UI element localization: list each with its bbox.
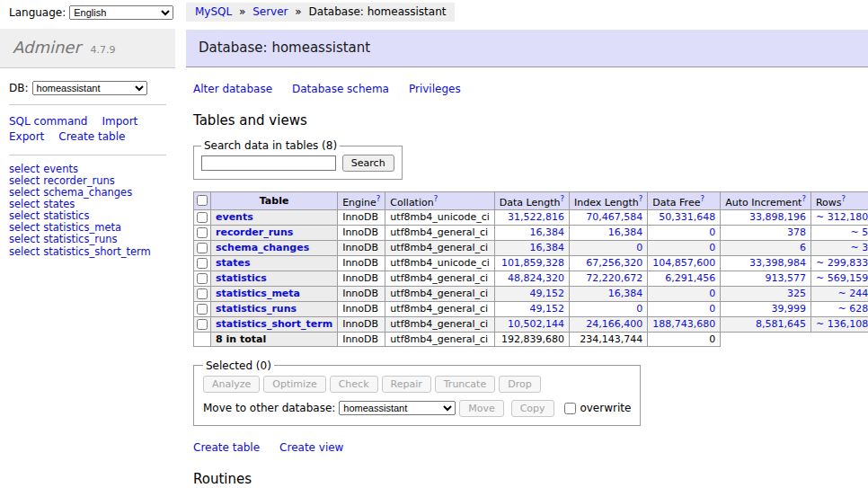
- table-link-schema_changes[interactable]: schema_changes: [216, 242, 309, 253]
- data-length-cell-link[interactable]: 31,522,816: [508, 211, 564, 223]
- help-link[interactable]: ?: [802, 194, 806, 203]
- select-link[interactable]: select: [9, 233, 40, 245]
- sidebar-table-link-statistics[interactable]: statistics: [43, 209, 89, 222]
- help-link[interactable]: ?: [561, 194, 565, 203]
- select-link[interactable]: select: [9, 245, 40, 258]
- select-link[interactable]: select: [9, 186, 40, 199]
- analyze-button[interactable]: Analyze: [203, 376, 260, 393]
- rows-cell-link[interactable]: ~ 569,159: [816, 272, 868, 284]
- overwrite-checkbox[interactable]: [564, 403, 576, 414]
- truncate-button[interactable]: Truncate: [435, 376, 495, 393]
- auto-increment-cell-link[interactable]: 33,898,196: [749, 211, 806, 223]
- help-link[interactable]: ?: [639, 194, 643, 203]
- data-length-cell-link[interactable]: 10,502,144: [508, 318, 564, 330]
- language-select[interactable]: English: [69, 5, 173, 20]
- auto-increment-cell-link[interactable]: 8,581,645: [756, 318, 806, 330]
- row-checkbox[interactable]: [197, 243, 208, 253]
- privileges-link[interactable]: Privileges: [409, 83, 461, 95]
- data-free-cell-link[interactable]: 104,857,600: [652, 257, 715, 269]
- index-length-cell-link[interactable]: 24,166,400: [586, 318, 642, 330]
- alter-database-link[interactable]: Alter database: [193, 83, 272, 95]
- row-checkbox[interactable]: [197, 227, 208, 238]
- select-link[interactable]: select: [9, 221, 40, 234]
- data-length-cell-link[interactable]: 49,152: [530, 303, 565, 315]
- search-button[interactable]: Search: [342, 155, 394, 172]
- rows-cell-link[interactable]: ~ 136,108: [816, 318, 868, 330]
- sidebar-table-link-schema_changes[interactable]: schema_changes: [43, 186, 132, 199]
- db-select[interactable]: homeassistant: [32, 81, 147, 95]
- data-length-cell-link[interactable]: 101,859,328: [501, 257, 564, 269]
- table-link-events[interactable]: events: [216, 211, 253, 223]
- auto-increment-cell-link[interactable]: 39,999: [771, 303, 806, 315]
- drop-button[interactable]: Drop: [499, 376, 540, 393]
- data-free-cell-link[interactable]: 6,291,456: [665, 272, 715, 284]
- data-free-cell-link[interactable]: 50,331,648: [659, 211, 715, 223]
- move-db-select[interactable]: homeassistant: [339, 401, 456, 415]
- index-length-cell-link[interactable]: 0: [636, 242, 642, 253]
- help-link[interactable]: ?: [434, 194, 438, 203]
- sidebar-link-export[interactable]: Export: [9, 130, 44, 143]
- copy-button[interactable]: Copy: [511, 400, 554, 417]
- auto-increment-cell-link[interactable]: 33,398,984: [749, 257, 806, 269]
- create-table-link[interactable]: Create table: [193, 441, 260, 454]
- help-link[interactable]: ?: [376, 194, 381, 203]
- data-length-cell-link[interactable]: 49,152: [530, 288, 565, 299]
- sidebar-table-link-statistics_meta[interactable]: statistics_meta: [43, 221, 121, 234]
- data-free-cell-link[interactable]: 0: [709, 303, 715, 315]
- sidebar-link-create-table[interactable]: Create table: [58, 130, 125, 143]
- sidebar-table-link-recorder_runs[interactable]: recorder_runs: [43, 174, 115, 187]
- rows-cell-link[interactable]: ~ 628: [837, 303, 868, 315]
- check-button[interactable]: Check: [330, 376, 378, 393]
- select-link[interactable]: select: [9, 209, 40, 222]
- index-length-cell-link[interactable]: 16,384: [608, 226, 643, 238]
- row-checkbox[interactable]: [197, 258, 208, 269]
- sidebar-table-link-events[interactable]: events: [43, 163, 78, 175]
- sidebar-link-import[interactable]: Import: [102, 115, 137, 128]
- select-all-checkbox[interactable]: [197, 195, 208, 206]
- row-checkbox[interactable]: [197, 212, 208, 223]
- select-link[interactable]: select: [9, 163, 40, 175]
- data-free-cell-link[interactable]: 0: [709, 242, 715, 253]
- data-length-cell-link[interactable]: 48,824,320: [508, 272, 564, 284]
- index-length-cell-link[interactable]: 70,467,584: [586, 211, 642, 223]
- index-length-cell-link[interactable]: 67,256,320: [586, 257, 642, 269]
- row-checkbox[interactable]: [197, 288, 208, 299]
- sidebar-table-link-statistics_short_term[interactable]: statistics_short_term: [43, 245, 151, 258]
- table-link-states[interactable]: states: [216, 257, 251, 269]
- rows-cell-link[interactable]: ~ 244: [837, 288, 868, 299]
- table-link-statistics_runs[interactable]: statistics_runs: [216, 303, 297, 315]
- breadcrumb-item[interactable]: Server: [252, 5, 288, 18]
- data-free-cell-link[interactable]: 0: [709, 226, 715, 238]
- index-length-cell-link[interactable]: 72,220,672: [586, 272, 642, 284]
- move-button[interactable]: Move: [459, 400, 504, 417]
- table-link-recorder_runs[interactable]: recorder_runs: [216, 226, 293, 238]
- rows-cell-link[interactable]: ~ 312,180: [816, 211, 868, 223]
- sidebar-table-link-statistics_runs[interactable]: statistics_runs: [43, 233, 117, 245]
- rows-cell-link[interactable]: ~ 5: [850, 226, 868, 238]
- help-link[interactable]: ?: [700, 194, 704, 203]
- breadcrumb-item[interactable]: MySQL: [195, 5, 232, 18]
- rows-cell-link[interactable]: ~ 299,833: [816, 257, 868, 269]
- app-name[interactable]: Adminer: [13, 38, 81, 57]
- select-link[interactable]: select: [9, 174, 40, 187]
- auto-increment-cell-link[interactable]: 378: [787, 226, 806, 238]
- index-length-cell-link[interactable]: 16,384: [608, 288, 643, 299]
- row-checkbox[interactable]: [197, 304, 208, 315]
- row-checkbox[interactable]: [197, 319, 208, 330]
- create-view-link[interactable]: Create view: [279, 441, 343, 454]
- data-length-cell-link[interactable]: 16,384: [530, 226, 565, 238]
- table-link-statistics_meta[interactable]: statistics_meta: [216, 288, 300, 299]
- rows-cell-link[interactable]: ~ 3: [850, 242, 868, 253]
- help-link[interactable]: ?: [842, 194, 846, 203]
- search-input[interactable]: [201, 155, 336, 171]
- select-link[interactable]: select: [9, 198, 40, 210]
- index-length-cell-link[interactable]: 0: [636, 303, 642, 315]
- sidebar-link-sql-command[interactable]: SQL command: [9, 115, 87, 128]
- repair-button[interactable]: Repair: [382, 376, 431, 393]
- auto-increment-cell-link[interactable]: 325: [787, 288, 806, 299]
- optimize-button[interactable]: Optimize: [263, 376, 325, 393]
- table-link-statistics[interactable]: statistics: [216, 272, 267, 284]
- auto-increment-cell-link[interactable]: 913,577: [765, 272, 806, 284]
- sidebar-table-link-states[interactable]: states: [43, 198, 75, 210]
- table-link-statistics_short_term[interactable]: statistics_short_term: [216, 318, 332, 330]
